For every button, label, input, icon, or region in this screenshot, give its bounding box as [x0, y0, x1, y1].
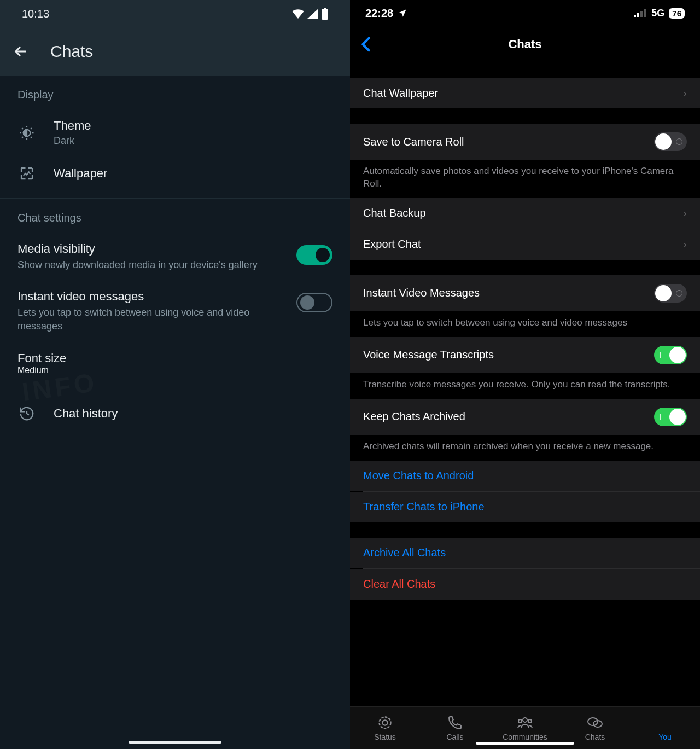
ios-chats-settings: 22:28 5G 76 Chats Chat Wallpaper › Save … [350, 0, 700, 749]
voice-transcripts-label: Voice Message Transcripts [363, 349, 494, 361]
page-title: Chats [508, 37, 541, 51]
chevron-right-icon: › [683, 87, 687, 100]
keep-archived-toggle[interactable] [654, 408, 687, 426]
chat-wallpaper-row[interactable]: Chat Wallpaper › [350, 78, 700, 108]
back-arrow-icon[interactable] [13, 44, 28, 59]
section-chat-settings-header: Chat settings [0, 199, 350, 233]
instant-video-row[interactable]: Instant video messages Lets you tap to s… [0, 281, 350, 342]
signal-icon [634, 9, 647, 17]
chevron-right-icon: › [683, 238, 687, 251]
svg-point-11 [528, 719, 532, 723]
font-size-label: Font size [18, 351, 332, 365]
theme-icon [18, 124, 36, 142]
font-size-value: Medium [18, 365, 332, 375]
media-visibility-row[interactable]: Media visibility Show newly downloaded m… [0, 233, 350, 281]
ios-home-indicator[interactable] [476, 742, 574, 745]
status-icon [377, 715, 393, 730]
page-title: Chats [50, 42, 93, 61]
svg-rect-6 [644, 9, 646, 17]
keep-archived-desc: Archived chats will remain archived when… [350, 435, 700, 461]
archive-all-label: Archive All Chats [363, 547, 446, 559]
voice-transcripts-toggle[interactable] [654, 346, 687, 364]
transfer-chats-iphone-label: Transfer Chats to iPhone [363, 501, 485, 513]
instant-video-messages-row[interactable]: Instant Video Messages [350, 275, 700, 311]
android-home-indicator[interactable] [129, 741, 221, 744]
svg-point-8 [382, 720, 387, 725]
archive-all-chats-row[interactable]: Archive All Chats [350, 538, 700, 568]
status-indicators [292, 8, 328, 20]
status-time: 22:28 [365, 7, 393, 20]
svg-rect-0 [322, 9, 328, 20]
chat-history-row[interactable]: Chat history [0, 391, 350, 432]
phone-icon [448, 715, 462, 730]
svg-rect-3 [634, 15, 636, 17]
voice-transcripts-row[interactable]: Voice Message Transcripts [350, 337, 700, 373]
instant-video-toggle[interactable] [296, 293, 332, 312]
save-camera-roll-label: Save to Camera Roll [363, 136, 464, 148]
network-label: 5G [651, 8, 664, 19]
save-camera-roll-desc: Automatically save photos and videos you… [350, 160, 700, 198]
chat-history-label: Chat history [54, 407, 332, 421]
keep-archived-row[interactable]: Keep Chats Archived [350, 399, 700, 435]
tab-you[interactable]: You [630, 707, 700, 749]
wallpaper-label: Wallpaper [54, 166, 332, 181]
nav-bar: Chats [350, 26, 700, 62]
tab-calls-label: Calls [446, 733, 463, 741]
instant-video-toggle[interactable] [654, 284, 687, 303]
save-camera-roll-row[interactable]: Save to Camera Roll [350, 124, 700, 160]
save-camera-roll-toggle[interactable] [654, 132, 687, 151]
android-chats-settings: 10:13 Chats Display Theme Dark [0, 0, 350, 749]
history-icon [18, 404, 36, 423]
media-visibility-desc: Show newly downloaded media in your devi… [18, 256, 283, 272]
svg-rect-4 [637, 13, 639, 17]
media-visibility-label: Media visibility [18, 242, 283, 256]
tab-you-label: You [658, 733, 672, 741]
section-display-header: Display [0, 76, 350, 110]
svg-point-7 [380, 717, 391, 728]
battery-indicator: 76 [669, 8, 685, 19]
ios-status-bar: 22:28 5G 76 [350, 0, 700, 26]
theme-value: Dark [54, 135, 332, 147]
chat-backup-label: Chat Backup [363, 207, 426, 219]
theme-label: Theme [54, 119, 332, 133]
communities-icon [517, 715, 533, 730]
android-status-bar: 10:13 [0, 0, 350, 27]
font-size-row[interactable]: Font size Medium [0, 342, 350, 384]
wallpaper-row[interactable]: Wallpaper [0, 155, 350, 191]
wifi-icon [292, 9, 304, 19]
tab-status-label: Status [374, 733, 396, 741]
clear-all-label: Clear All Chats [363, 578, 435, 590]
status-time: 10:13 [22, 8, 49, 20]
svg-point-9 [523, 718, 527, 722]
transfer-chats-iphone-row[interactable]: Transfer Chats to iPhone [350, 492, 700, 522]
svg-point-10 [518, 719, 522, 723]
media-visibility-toggle[interactable] [296, 245, 332, 265]
instant-video-desc: Lets you tap to switch between using voi… [350, 311, 700, 337]
move-chats-android-row[interactable]: Move Chats to Android [350, 461, 700, 491]
instant-video-label: Instant video messages [18, 289, 283, 304]
move-chats-android-label: Move Chats to Android [363, 469, 474, 482]
chevron-right-icon: › [683, 207, 687, 219]
clear-all-chats-row[interactable]: Clear All Chats [350, 569, 700, 600]
chat-backup-row[interactable]: Chat Backup › [350, 198, 700, 229]
svg-point-12 [588, 718, 598, 725]
voice-transcripts-desc: Transcribe voice messages you receive. O… [350, 373, 700, 399]
instant-video-desc: Lets you tap to switch between using voi… [18, 304, 283, 333]
app-bar: Chats [0, 27, 350, 76]
chat-wallpaper-label: Chat Wallpaper [363, 87, 438, 100]
back-chevron-icon[interactable] [361, 37, 371, 52]
instant-video-label: Instant Video Messages [363, 287, 480, 299]
svg-rect-1 [324, 8, 326, 9]
chats-icon [587, 715, 603, 730]
export-chat-row[interactable]: Export Chat › [350, 229, 700, 260]
svg-rect-5 [640, 11, 643, 17]
battery-icon [322, 8, 328, 20]
theme-row[interactable]: Theme Dark [0, 110, 350, 155]
export-chat-label: Export Chat [363, 238, 421, 251]
keep-archived-label: Keep Chats Archived [363, 410, 465, 423]
tab-communities-label: Communities [503, 733, 547, 741]
tab-status[interactable]: Status [350, 707, 420, 749]
wallpaper-icon [18, 164, 36, 183]
tab-chats-label: Chats [585, 733, 605, 741]
signal-icon [307, 9, 318, 19]
